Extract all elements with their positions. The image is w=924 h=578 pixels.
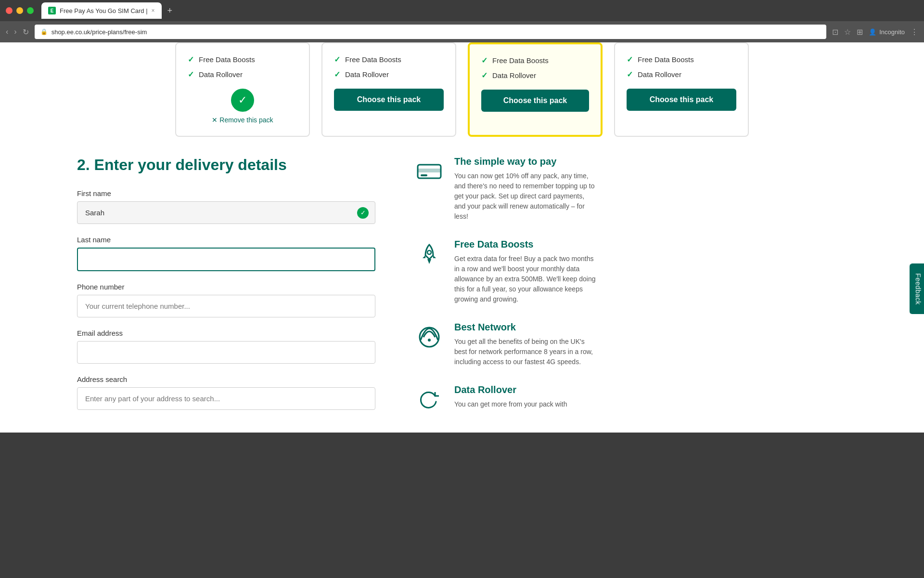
svg-point-5 [428,339,431,342]
selected-checkmark: ✓ [231,89,254,112]
tab-bar: E Free Pay As You Go SIM Card | × + [41,2,176,19]
tab-favicon: E [48,7,56,14]
phone-wrapper [77,295,375,317]
feature-label-4b: Data Rollover [638,70,681,79]
incognito-label: Incognito [879,28,905,36]
feature-data-boosts-4: ✓ Free Data Boosts [627,55,736,64]
bookmark-icon[interactable]: ☆ [844,27,851,37]
email-input[interactable] [77,341,375,364]
choose-pack-button-3[interactable]: Choose this pack [481,90,589,112]
address-label: Address search [77,375,375,383]
pack-cards-section: ✓ Free Data Boosts ✓ Data Rollover ✓ ✕ R… [0,42,924,137]
feature-simple-pay-text: The simple way to pay You can now get 10… [454,156,597,222]
incognito-badge: 👤 Incognito [869,28,905,36]
feature-label-3a: Free Data Boosts [492,56,549,65]
first-name-group: First name ✓ [77,189,375,224]
phone-group: Phone number [77,283,375,317]
browser-window: E Free Pay As You Go SIM Card | × + ‹ › … [0,0,924,578]
feature-label-2b: Data Rollover [345,70,389,79]
wifi-icon [414,322,445,353]
menu-icon[interactable]: ⋮ [911,27,918,37]
maximize-button[interactable] [27,7,34,14]
feature-data-boosts-1: ✓ Free Data Boosts [188,55,297,64]
check-icon-3b: ✓ [481,71,488,80]
cast-icon[interactable]: ⊡ [832,27,838,37]
check-icon-2a: ✓ [334,55,340,64]
phone-input[interactable] [77,295,375,317]
svg-rect-1 [418,169,441,172]
address-bar[interactable]: 🔒 shop.ee.co.uk/price-plans/free-sim [35,25,827,39]
feature-best-network-text: Best Network You get all the benefits of… [454,322,597,367]
check-icon-4b: ✓ [627,70,633,79]
feature-label-4a: Free Data Boosts [638,55,694,64]
title-bar: E Free Pay As You Go SIM Card | × + [0,0,924,21]
close-button[interactable] [6,7,13,14]
feature-label-1a: Free Data Boosts [199,55,255,64]
feature-data-boosts-2: ✓ Free Data Boosts [334,55,444,64]
delivery-form: 2. Enter your delivery details First nam… [77,156,375,433]
last-name-group: Last name [77,236,375,271]
phone-label: Phone number [77,283,375,291]
address-bar-row: ‹ › ↻ 🔒 shop.ee.co.uk/price-plans/free-s… [0,21,924,42]
choose-pack-button-4[interactable]: Choose this pack [627,89,736,111]
tab-close-button[interactable]: × [152,7,155,14]
section-title: 2. Enter your delivery details [77,156,375,174]
feature-data-boosts: Free Data Boosts Get extra data for free… [414,239,597,304]
remove-pack-link[interactable]: ✕ Remove this pack [212,116,273,124]
lock-icon: 🔒 [40,28,48,35]
feature-simple-pay: The simple way to pay You can now get 10… [414,156,597,222]
feature-data-boosts-title: Free Data Boosts [454,239,597,250]
feature-label-3b: Data Rollover [492,71,536,79]
new-tab-button[interactable]: + [164,6,177,16]
active-tab[interactable]: E Free Pay As You Go SIM Card | × [41,2,162,19]
address-group: Address search [77,375,375,410]
back-button[interactable]: ‹ [6,27,8,36]
feature-data-boosts-3: ✓ Free Data Boosts [481,56,589,65]
first-name-wrapper: ✓ [77,201,375,224]
check-icon-4a: ✓ [627,55,633,64]
feature-data-rollover-4: ✓ Data Rollover [627,70,736,79]
minimize-button[interactable] [16,7,23,14]
rocket-icon [414,239,445,270]
refresh-button[interactable]: ↻ [23,27,29,37]
feature-data-rollover-text: Data Rollover You can get more from your… [454,384,597,409]
feature-best-network-title: Best Network [454,322,597,333]
feature-simple-pay-desc: You can now get 10% off any pack, any ti… [454,171,597,222]
svg-point-3 [427,250,431,254]
first-name-check-icon: ✓ [357,207,369,219]
first-name-label: First name [77,189,375,197]
form-section: 2. Enter your delivery details First nam… [0,156,924,433]
feedback-tab[interactable]: Feedback [909,263,924,314]
first-name-input[interactable] [77,201,375,224]
feature-data-boosts-desc: Get extra data for free! Buy a pack two … [454,254,597,304]
choose-pack-button-2[interactable]: Choose this pack [334,89,444,111]
address-text: shop.ee.co.uk/price-plans/free-sim [51,28,147,36]
check-icon-1b: ✓ [188,70,194,79]
pack-card-3: ✓ Free Data Boosts ✓ Data Rollover Choos… [468,42,603,137]
check-icon-2b: ✓ [334,70,340,79]
browser-actions: ⊡ ☆ ⊞ 👤 Incognito ⋮ [832,27,918,37]
pack-card-1: ✓ Free Data Boosts ✓ Data Rollover ✓ ✕ R… [175,42,310,137]
pack-card-2: ✓ Free Data Boosts ✓ Data Rollover Choos… [321,42,456,137]
current-pack-area: ✓ ✕ Remove this pack [188,89,297,124]
last-name-input[interactable] [77,248,375,271]
feature-best-network-desc: You get all the benefits of being on the… [454,337,597,367]
feature-data-rollover: Data Rollover You can get more from your… [414,384,597,415]
refresh-icon [414,384,445,415]
tab-title: Free Pay As You Go SIM Card | [60,7,148,14]
feature-best-network: Best Network You get all the benefits of… [414,322,597,367]
forward-button[interactable]: › [14,27,16,36]
card-icon [414,156,445,187]
extensions-icon[interactable]: ⊞ [857,27,863,37]
check-icon-3a: ✓ [481,56,488,65]
page-content: ✓ Free Data Boosts ✓ Data Rollover ✓ ✕ R… [0,42,924,433]
feature-simple-pay-title: The simple way to pay [454,156,597,167]
address-input[interactable] [77,387,375,410]
features-panel: The simple way to pay You can now get 10… [414,156,597,433]
pack-card-4: ✓ Free Data Boosts ✓ Data Rollover Choos… [614,42,749,137]
email-group: Email address [77,329,375,364]
feature-data-rollover-desc: You can get more from your pack with [454,399,597,409]
check-icon-1a: ✓ [188,55,194,64]
traffic-lights [6,7,34,14]
svg-rect-2 [421,174,427,176]
